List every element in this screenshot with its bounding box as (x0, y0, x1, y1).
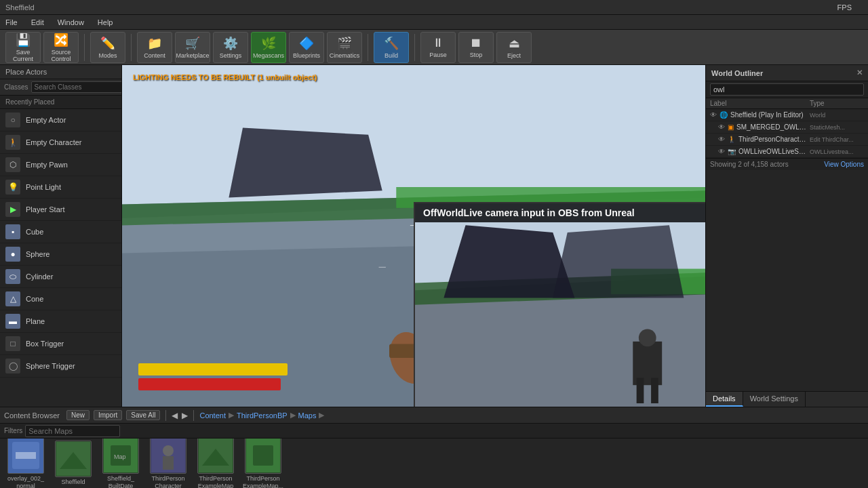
classes-label: Classes (4, 83, 28, 91)
breadcrumb-maps[interactable]: Maps (298, 411, 317, 420)
obs-scene-svg (415, 203, 705, 407)
wo-world-name: Sheffield (Play In Editor) (730, 111, 807, 119)
import-button[interactable]: Import (94, 410, 122, 420)
actor-item-empty-pawn[interactable]: ⬡ Empty Pawn (0, 154, 121, 176)
filters-label[interactable]: Filters (4, 427, 22, 434)
tab-details[interactable]: Details (706, 392, 743, 407)
save-all-button[interactable]: Save All (126, 410, 160, 420)
asset-thirdperson-example[interactable]: ThirdPersonExampleMap (194, 439, 237, 488)
source-control-button[interactable]: 🔀 Source Control (43, 32, 79, 63)
cinematics-icon: 🎬 (337, 36, 352, 51)
content-browser-title: Content Browser (4, 411, 60, 420)
breadcrumb-arrow-1: ▶ (229, 411, 234, 420)
close-icon[interactable]: ✕ (856, 68, 863, 77)
actor-item-cylinder[interactable]: ⬭ Cylinder (0, 266, 121, 288)
content-label: Content (144, 52, 165, 59)
thirdperson-char-thumbnail (150, 439, 186, 474)
asset-thirdperson-builtdata[interactable]: ThirdPersonExampleMap... (241, 439, 285, 488)
classes-search-input[interactable] (31, 81, 122, 93)
breadcrumb-arrow-3: ▶ (319, 411, 324, 420)
megascans-button[interactable]: 🌿 Megascans (251, 32, 286, 63)
eject-button[interactable]: ⏏ Eject (496, 32, 532, 63)
thirdperson-example-label: ThirdPersonExampleMap (198, 475, 234, 488)
actor-item-empty-actor[interactable]: ○ Empty Actor (0, 109, 121, 131)
toolbar-sep-1 (84, 34, 85, 61)
save-current-button[interactable]: 💾 Save Current (5, 32, 41, 63)
thirdperson-example-thumbnail (197, 439, 234, 474)
marketplace-button[interactable]: 🛒 Marketplace (175, 32, 210, 63)
fps-counter: FPS (837, 3, 852, 12)
stop-button[interactable]: ⏹ Stop (458, 32, 494, 63)
tab-world-settings[interactable]: World Settings (743, 392, 806, 407)
actor-item-player-start[interactable]: ▶ Player Start (0, 199, 121, 221)
menu-window[interactable]: Window (55, 17, 87, 28)
viewport[interactable]: LIGHTING NEEDS TO BE REBUILT (1 unbuilt … (122, 65, 705, 407)
plane-label: Plane (26, 317, 45, 325)
world-outliner-search-input[interactable] (710, 83, 864, 96)
forward-icon[interactable]: ▶ (182, 411, 188, 420)
menu-help[interactable]: Help (95, 17, 116, 28)
overlay002-label: overlay_002_normal (7, 475, 44, 488)
thirdperson-builtdata-label: ThirdPersonExampleMap... (243, 475, 283, 488)
wo-camera-type: OWLLivestrea... (810, 148, 864, 155)
svg-point-20 (639, 329, 656, 346)
world-icon: 🌐 (719, 111, 728, 119)
asset-sheffield-builtdate[interactable]: Map Sheffield_BuiltDate (99, 439, 142, 488)
search-maps-input[interactable] (25, 425, 120, 437)
build-button[interactable]: 🔨 Build (374, 32, 409, 63)
new-button[interactable]: New (66, 410, 90, 420)
thirdperson-char-label: ThirdPersonCharacter (151, 475, 184, 488)
modes-button[interactable]: ✏️ Modes (90, 32, 125, 63)
actor-item-plane[interactable]: ▬ Plane (0, 310, 121, 333)
cb-sep-1 (165, 410, 166, 421)
actor-item-cone[interactable]: △ Cone (0, 288, 121, 310)
actor-item-point-light[interactable]: 💡 Point Light (0, 176, 121, 199)
toolbar-sep-2 (131, 34, 132, 61)
breadcrumb-thirdbp[interactable]: ThirdPersonBP (237, 411, 288, 420)
wo-item-world[interactable]: 👁 🌐 Sheffield (Play In Editor) World (706, 109, 868, 121)
back-icon[interactable]: ◀ (172, 411, 178, 420)
wo-item-character[interactable]: 👁 🚶 ThirdPersonCharacter_C Edit ThirdCha… (706, 134, 868, 146)
wo-item-staticmesh[interactable]: 👁 ▣ SM_MERGED_OWLLivStaticMeshActor Stat… (706, 121, 868, 134)
actor-item-empty-character[interactable]: 🚶 Empty Character (0, 131, 121, 154)
recently-placed-label: Recently Placed (0, 96, 121, 109)
wo-item-camera[interactable]: 👁 📷 OWLLiveOWLLiveStreamingCamera OWLLiv… (706, 146, 868, 158)
source-control-icon: 🔀 (54, 33, 68, 47)
modes-icon: ✏️ (100, 36, 115, 51)
settings-button[interactable]: ⚙️ Settings (213, 32, 248, 63)
svg-point-31 (163, 445, 174, 456)
svg-rect-21 (637, 378, 644, 403)
overlay002-thumbnail (7, 439, 44, 474)
view-options[interactable]: View Options (824, 161, 864, 168)
asset-thirdperson-char[interactable]: ThirdPersonCharacter (146, 439, 190, 488)
menu-edit[interactable]: Edit (28, 17, 47, 28)
camera-icon: 📷 (728, 148, 736, 155)
blueprints-button[interactable]: 🔷 Blueprints (289, 32, 324, 63)
world-outliner-columns: Label Type (706, 98, 868, 109)
actor-item-sphere-trigger[interactable]: ◯ Sphere Trigger (0, 355, 121, 378)
obs-overlay: OffWorldLive camera input in OBS from Un… (414, 202, 705, 407)
content-button[interactable]: 📁 Content (137, 32, 172, 63)
svg-text:Map: Map (114, 453, 126, 460)
app-title: Sheffield (5, 3, 35, 12)
stop-icon: ⏹ (470, 36, 482, 50)
sheffield-label: Sheffield (62, 479, 85, 486)
breadcrumb-arrow-2: ▶ (290, 411, 296, 420)
player-start-label: Player Start (26, 205, 64, 214)
asset-sheffield[interactable]: Sheffield (52, 441, 95, 486)
cinematics-button[interactable]: 🎬 Cinematics (327, 32, 362, 63)
actor-item-sphere[interactable]: ● Sphere (0, 243, 121, 266)
menu-file[interactable]: File (3, 17, 20, 28)
player-start-icon: ▶ (5, 202, 20, 217)
megascans-icon: 🌿 (261, 36, 276, 51)
breadcrumb-content[interactable]: Content (199, 411, 226, 420)
cone-label: Cone (26, 295, 43, 303)
staticmesh-icon: ▣ (728, 123, 734, 131)
actor-item-cube[interactable]: ▪ Cube (0, 221, 121, 243)
plane-icon: ▬ (5, 314, 20, 329)
eject-label: Eject (507, 52, 521, 59)
actor-item-box-trigger[interactable]: □ Box Trigger (0, 333, 121, 355)
asset-overlay002[interactable]: overlay_002_normal (4, 439, 47, 488)
pause-button[interactable]: ⏸ Pause (420, 32, 456, 63)
stop-label: Stop (470, 52, 483, 58)
